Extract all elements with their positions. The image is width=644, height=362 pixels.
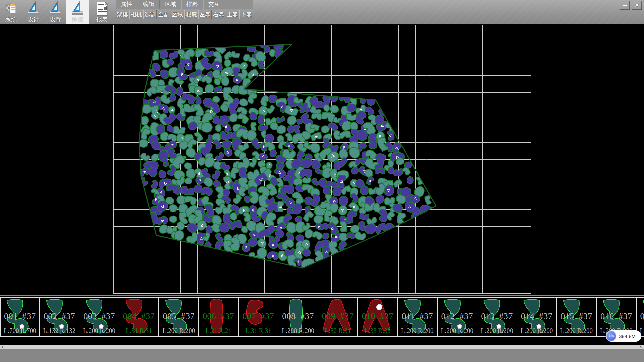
- title-toolbar: 系统设计设置排版报表 属性编辑区域排料交互 聚排相机选割全割区域瑕疵左靠右靠上靠…: [0, 0, 644, 24]
- piece-lr-count: L:31 R:31: [119, 327, 159, 335]
- tool-button-5[interactable]: 区域: [171, 10, 184, 19]
- system-gear-icon: [4, 1, 18, 16]
- piece-lr-count: L:200 R:200: [278, 327, 318, 335]
- piece-thumbnail[interactable]: 016_#37L:200 R:200: [597, 298, 637, 336]
- main-toolbar: 系统设计设置排版报表: [0, 0, 113, 24]
- tool-button-7[interactable]: 左靠: [198, 10, 212, 19]
- tool-button-bar: 聚排相机选割全割区域瑕疵左靠右靠上靠下靠: [116, 10, 253, 19]
- piece-lr-count: L:200 R:200: [398, 327, 437, 335]
- menu-tab-4[interactable]: 排料: [181, 0, 203, 9]
- piece-lr-count: L:200 R:200: [438, 327, 477, 335]
- menu-tab-2[interactable]: 编辑: [138, 0, 160, 9]
- menu-tab-3[interactable]: 区域: [160, 0, 181, 9]
- piece-lr-count: L:200 R:200: [477, 327, 517, 335]
- piece-thumbnail[interactable]: 004_#37L:31 R:31: [119, 298, 159, 336]
- menu-block: 属性编辑区域排料交互 聚排相机选割全割区域瑕疵左靠右靠上靠下靠: [116, 0, 253, 19]
- piece-thumbnail-strip: 001_#37L:700 R:700002_#37L:132 R:132003_…: [0, 297, 644, 337]
- piece-thumbnail[interactable]: 009_#37L:32 R:31: [318, 298, 358, 336]
- piece-thumbnail[interactable]: 003_#37L:200 R:200: [79, 298, 119, 336]
- tool-button-6[interactable]: 瑕疵: [184, 10, 198, 19]
- piece-thumbnail[interactable]: 007_#37L:31 R:31: [239, 298, 279, 336]
- menu-tab-bar: 属性编辑区域排料交互: [116, 0, 253, 9]
- piece-thumbnail[interactable]: 012_#37L:200 R:200: [438, 298, 478, 336]
- horizontal-scrollbar[interactable]: ‹ ›: [0, 345, 644, 349]
- piece-thumbnail[interactable]: 011_#37L:200 R:200: [398, 298, 438, 336]
- piece-lr-count: L:32 R:31: [318, 327, 358, 335]
- main-button-5[interactable]: 报表: [91, 0, 113, 24]
- piece-lr-count: L:31 R:31: [239, 327, 278, 335]
- tool-button-8[interactable]: 右靠: [212, 10, 225, 19]
- progress-value: 38%: [608, 334, 614, 338]
- piece-thumbnail[interactable]: 008_#37L:200 R:200: [278, 298, 318, 336]
- piece-id: 007_#37: [239, 311, 278, 321]
- report-doc-icon: [95, 1, 109, 16]
- settings-ruler-icon: [48, 1, 62, 16]
- strip-separator-line: [0, 295, 644, 296]
- piece-lr-count: L:700 R:700: [1, 327, 39, 335]
- main-button-label: 报表: [96, 16, 108, 23]
- piece-id: 001_#37: [1, 311, 39, 321]
- piece-id: 015_#37: [557, 311, 596, 321]
- piece-id: 014_#37: [517, 311, 556, 321]
- design-ruler-icon: [26, 1, 40, 16]
- piece-id: 002_#37: [40, 311, 79, 321]
- tool-button-4[interactable]: 全割: [157, 10, 170, 19]
- main-button-label: 系统: [5, 16, 17, 23]
- status-bar: [0, 349, 644, 362]
- piece-lr-count: L:200 R:200: [517, 327, 556, 335]
- piece-id: 010_#37: [358, 311, 397, 321]
- piece-thumbnail[interactable]: 013_#37L:200 R:200: [477, 298, 517, 336]
- piece-thumbnail[interactable]: 015_#37L:200 R:200: [557, 298, 597, 336]
- main-button-2[interactable]: 设计: [22, 0, 44, 24]
- progress-circle-icon: 38%: [606, 331, 616, 341]
- piece-id: 012_#37: [438, 311, 477, 321]
- piece-lr-count: L:200 R:200: [557, 327, 596, 335]
- close-button[interactable]: ✕: [632, 1, 642, 10]
- main-button-1[interactable]: 系统: [0, 0, 22, 24]
- piece-thumbnail[interactable]: 006_#37L:21 R:21: [199, 298, 239, 336]
- piece-id: 003_#37: [79, 311, 119, 321]
- piece-thumbnail[interactable]: 014_#37L:200 R:200: [517, 298, 557, 336]
- piece-id: 005_#37: [159, 311, 198, 321]
- piece-thumbnail[interactable]: 010_#37L:33 R:33: [358, 298, 398, 336]
- piece-id: 016_#37: [597, 311, 636, 321]
- menu-tab-5[interactable]: 交互: [203, 0, 225, 9]
- main-button-4[interactable]: 排版: [66, 0, 89, 24]
- main-button-label: 排版: [72, 16, 83, 23]
- tool-button-9[interactable]: 上靠: [226, 10, 239, 19]
- piece-id: 017_#37: [637, 311, 644, 321]
- main-button-3[interactable]: 设置: [44, 0, 66, 24]
- memory-value: 384.8M: [619, 333, 636, 339]
- tool-button-3[interactable]: 选割: [143, 10, 157, 19]
- piece-lr-count: L:33 R:33: [358, 327, 397, 335]
- minimize-button[interactable]: ─: [620, 1, 630, 10]
- piece-lr-count: L:200 R:200: [79, 327, 119, 335]
- main-button-label: 设置: [50, 16, 61, 23]
- piece-id: 006_#37: [199, 311, 238, 321]
- piece-id: 004_#37: [119, 311, 159, 321]
- tool-button-2[interactable]: 相机: [129, 10, 143, 19]
- piece-id: 008_#37: [278, 311, 318, 321]
- tool-button-1[interactable]: 聚排: [116, 10, 129, 19]
- main-button-label: 设计: [28, 16, 39, 23]
- tool-button-10[interactable]: 下靠: [239, 10, 253, 19]
- progress-badge[interactable]: 38% 384.8M: [606, 330, 641, 342]
- piece-id: 013_#37: [477, 311, 517, 321]
- menu-tab-1[interactable]: 属性: [116, 0, 138, 9]
- layout-ruler-icon: [70, 1, 85, 16]
- piece-thumbnail[interactable]: 002_#37L:132 R:132: [40, 298, 80, 336]
- piece-id: 009_#37: [318, 311, 358, 321]
- application-window: 系统设计设置排版报表 属性编辑区域排料交互 聚排相机选割全割区域瑕疵左靠右靠上靠…: [0, 0, 644, 362]
- window-controls: ─ ✕: [620, 1, 642, 10]
- piece-lr-count: L:132 R:132: [40, 327, 79, 335]
- piece-id: 011_#37: [398, 311, 437, 321]
- piece-thumbnail[interactable]: 001_#37L:700 R:700: [0, 298, 40, 336]
- piece-lr-count: L:200 R:200: [159, 327, 198, 335]
- piece-thumbnail[interactable]: 005_#37L:200 R:200: [159, 298, 199, 336]
- piece-lr-count: L:21 R:21: [199, 327, 238, 335]
- piece-thumbnail[interactable]: 017_#37L:200 R:200: [637, 298, 644, 336]
- nesting-canvas[interactable]: [0, 24, 644, 295]
